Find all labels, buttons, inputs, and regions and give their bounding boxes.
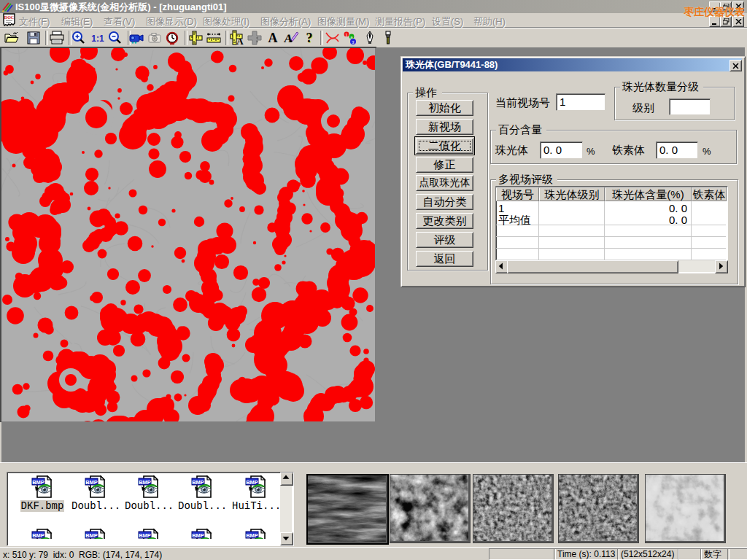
- svg-text:BMP: BMP: [85, 532, 98, 539]
- svg-text:BMP: BMP: [139, 532, 151, 539]
- svg-text:BMP: BMP: [246, 479, 258, 486]
- svg-text:BMP: BMP: [192, 479, 204, 486]
- svg-text:A: A: [268, 31, 278, 45]
- svg-text:1:1: 1:1: [91, 34, 104, 44]
- svg-text:BMP: BMP: [32, 532, 44, 539]
- svg-text:BMP: BMP: [85, 479, 98, 486]
- svg-text:BMP: BMP: [32, 479, 44, 486]
- svg-text:BMP: BMP: [192, 532, 204, 539]
- svg-text:BMP: BMP: [139, 479, 151, 486]
- svg-text:DOC: DOC: [4, 15, 14, 20]
- svg-text:BMP: BMP: [246, 532, 258, 539]
- svg-text:?: ?: [306, 31, 313, 45]
- svg-text:A: A: [236, 36, 244, 46]
